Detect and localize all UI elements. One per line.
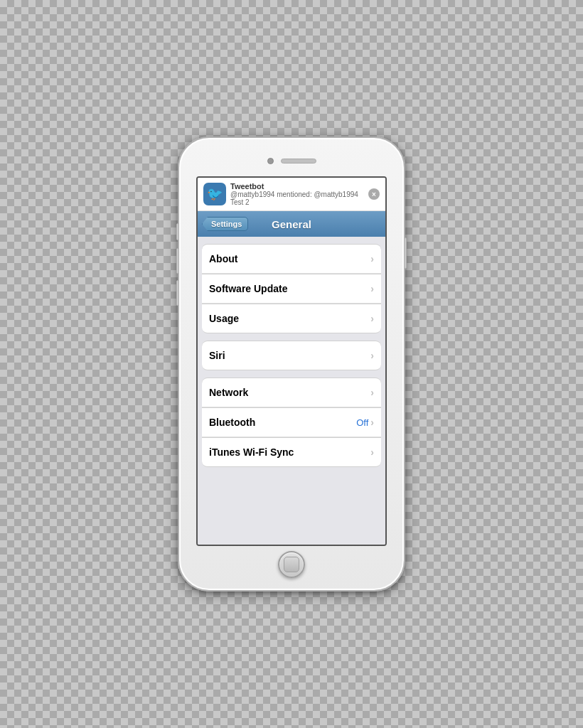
home-button-inner xyxy=(284,557,299,572)
bluetooth-value: Off xyxy=(356,417,368,428)
software-update-label: Software Update xyxy=(209,283,287,294)
bluetooth-right: Off › xyxy=(356,417,374,428)
settings-list: About › Software Update › Usage › xyxy=(198,237,385,545)
about-right: › xyxy=(370,253,374,264)
settings-group-3: Network › Bluetooth Off › iTunes Wi-Fi S… xyxy=(198,378,385,467)
notification-close-button[interactable]: × xyxy=(368,188,380,200)
siri-right: › xyxy=(370,350,374,361)
network-right: › xyxy=(370,387,374,398)
siri-chevron: › xyxy=(370,350,374,361)
side-button-power[interactable] xyxy=(404,237,407,269)
usage-right: › xyxy=(370,313,374,324)
bluetooth-label: Bluetooth xyxy=(209,417,255,428)
side-button-volume-up[interactable] xyxy=(176,248,179,274)
notification-app-icon: 🐦 xyxy=(203,183,226,205)
settings-item-siri[interactable]: Siri › xyxy=(202,341,381,370)
notification-message: @mattyb1994 mentioned: @mattyb1994 Test … xyxy=(230,191,364,206)
phone-screen: 🐦 Tweetbot @mattyb1994 mentioned: @matty… xyxy=(196,176,387,546)
settings-item-itunes-wifi-sync[interactable]: iTunes Wi-Fi Sync › xyxy=(202,437,381,467)
settings-item-software-update[interactable]: Software Update › xyxy=(202,274,381,304)
phone-top-bar xyxy=(188,151,395,171)
software-update-chevron: › xyxy=(370,283,374,294)
network-label: Network xyxy=(209,387,248,398)
settings-group-1: About › Software Update › Usage › xyxy=(198,244,385,333)
notification-text-area: Tweetbot @mattyb1994 mentioned: @mattyb1… xyxy=(230,182,364,206)
itunes-wifi-sync-chevron: › xyxy=(370,446,374,458)
settings-group-2: Siri › xyxy=(198,341,385,370)
notification-banner[interactable]: 🐦 Tweetbot @mattyb1994 mentioned: @matty… xyxy=(198,178,385,211)
settings-item-about[interactable]: About › xyxy=(202,244,381,274)
usage-label: Usage xyxy=(209,313,239,324)
itunes-wifi-sync-right: › xyxy=(370,446,374,458)
settings-item-network[interactable]: Network › xyxy=(202,378,381,407)
itunes-wifi-sync-label: iTunes Wi-Fi Sync xyxy=(209,446,294,458)
home-button-area xyxy=(188,552,395,577)
usage-chevron: › xyxy=(370,313,374,324)
notification-app-name: Tweetbot xyxy=(230,182,364,191)
back-button[interactable]: Settings xyxy=(202,217,248,231)
settings-item-bluetooth[interactable]: Bluetooth Off › xyxy=(202,407,381,437)
siri-label: Siri xyxy=(209,350,225,361)
network-chevron: › xyxy=(370,387,374,398)
software-update-right: › xyxy=(370,283,374,294)
bluetooth-chevron: › xyxy=(370,417,374,428)
front-camera xyxy=(267,158,274,164)
about-label: About xyxy=(209,253,237,264)
settings-item-usage[interactable]: Usage › xyxy=(202,304,381,333)
phone-device: 🐦 Tweetbot @mattyb1994 mentioned: @matty… xyxy=(178,136,405,592)
navigation-bar: Settings General xyxy=(198,211,385,237)
side-button-volume-down[interactable] xyxy=(176,280,179,306)
home-button[interactable] xyxy=(278,551,305,578)
nav-title: General xyxy=(272,218,311,230)
earpiece-speaker xyxy=(281,159,316,164)
about-chevron: › xyxy=(370,253,374,264)
side-button-mute[interactable] xyxy=(176,223,179,240)
